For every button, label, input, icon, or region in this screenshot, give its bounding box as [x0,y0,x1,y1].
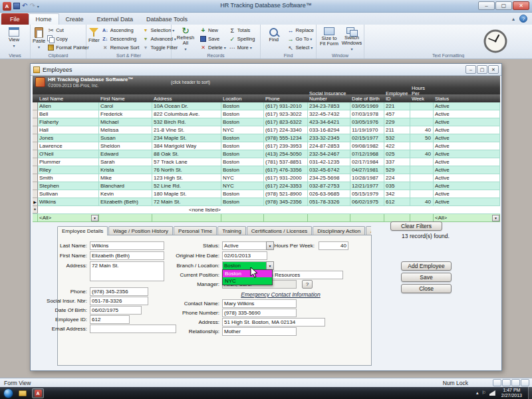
table-cell[interactable]: Plummer [38,158,99,166]
table-cell[interactable]: 234-23-7853 [308,102,350,110]
table-cell[interactable]: 234 Maple St. [152,134,221,142]
layout-view-button[interactable] [511,379,520,386]
table-cell[interactable]: Boston [221,158,264,166]
table-cell[interactable]: Jones [38,134,99,142]
table-cell[interactable]: 57 Track Lane [152,158,221,166]
table-cell[interactable]: 10A Ocean Dr. [152,102,221,110]
table-cell[interactable]: 03/05/1969 [350,102,384,110]
address-field[interactable]: 72 Main St. [90,261,164,281]
hire-date-field[interactable]: 02/01/2013 [222,251,267,260]
table-cell[interactable]: 234-25-5698 [308,174,350,182]
dropdown-option-nyc[interactable]: NYC [223,277,272,285]
table-cell[interactable]: Boston [221,102,264,110]
replace-button[interactable]: Replace [286,26,315,35]
table-cell[interactable] [410,182,434,190]
table-cell[interactable]: (617) 476-3356 [264,166,308,174]
table-row[interactable]: HallMelissa21-8 Vine St.NYC(617) 224-334… [33,126,500,134]
table-row[interactable]: AllenCarol10A Ocean Dr.Boston(617) 931-2… [33,102,500,110]
table-cell[interactable]: (781) 537-8851 [264,158,308,166]
table-cell[interactable]: Boston [221,166,264,174]
form-titlebar[interactable]: Employees – ▢ ✕ [31,64,501,76]
column-header[interactable]: First Name [99,96,152,102]
table-cell[interactable]: Elizabeth (Beth) [99,198,152,206]
table-cell[interactable]: Frederick [99,110,152,118]
start-button[interactable] [3,388,13,398]
form-tab-employee-details[interactable]: Employee Details [57,226,108,235]
ribbon-tab-database-tools[interactable]: Database Tools [140,13,194,25]
table-cell[interactable]: 40 [410,126,434,134]
table-cell[interactable]: 88 Oak St. [152,150,221,158]
size-to-fit-form-button[interactable]: Size to Fit Form [319,26,340,52]
network-icon[interactable] [489,390,495,396]
taskbar-folder-icon[interactable] [17,388,29,398]
status-combo[interactable]: Active [222,241,274,250]
show-desktop-button[interactable] [528,387,532,399]
table-cell[interactable]: (413) 254-5050 [264,150,308,158]
table-cell[interactable]: 12/21/1977 [350,182,384,190]
table-cell[interactable]: (617) 239-3953 [264,142,308,150]
table-cell[interactable]: 09/08/1982 [350,142,384,150]
table-cell[interactable]: 52 Line Rd. [152,182,221,190]
paste-button[interactable]: Paste [33,26,45,52]
switch-windows-button[interactable]: Switch Windows [341,26,362,52]
hours-per-week-field[interactable]: 40 [319,241,348,250]
table-cell[interactable]: 822 Columbus Ave. [152,110,221,118]
social-insurance-field[interactable]: 051-78-3326 [90,297,148,305]
ribbon-tab-create[interactable]: Create [59,13,90,25]
table-cell[interactable]: Melissa [99,126,152,134]
find-button[interactable]: Find [263,26,285,52]
table-cell[interactable]: 529 [384,166,410,174]
record-selector[interactable] [33,102,38,110]
email-field[interactable] [90,325,176,333]
last-name-field[interactable]: Wilkins [90,241,164,250]
hidden-icons-icon[interactable]: ▴ [476,390,479,396]
new-record-button[interactable]: New [199,26,227,35]
table-cell[interactable]: 04/27/1981 [350,166,384,174]
record-selector[interactable] [33,174,38,182]
form-view-button[interactable] [493,379,501,386]
table-cell[interactable]: 180 Maple St. [152,190,221,198]
table-cell[interactable]: Blanchard [99,182,152,190]
table-cell[interactable]: 21-8 Vine St. [152,126,221,134]
table-row[interactable]: SmithMike123 High St.NYC(617) 931-200023… [33,174,500,182]
table-row[interactable]: WilkinsElizabeth (Beth)72 Main St.Boston… [33,198,500,206]
table-cell[interactable]: Active [434,158,500,166]
table-cell[interactable]: Boston [221,142,264,150]
table-cell[interactable]: Stephen [38,182,99,190]
ribbon-tab-home[interactable]: Home [29,13,59,25]
table-cell[interactable]: 423-34-6421 [308,118,350,126]
table-row[interactable]: LawrenceSheldon384 Marigold WayBoston(61… [33,142,500,150]
table-cell[interactable]: 322-45-7432 [308,110,350,118]
table-cell[interactable]: O'Neil [38,150,99,158]
table-cell[interactable] [410,174,434,182]
table-cell[interactable]: Boston [221,110,264,118]
table-cell[interactable]: Allen [38,102,99,110]
table-cell[interactable]: Boston [221,198,264,206]
record-selector[interactable] [33,190,38,198]
format-painter-button[interactable]: Format Painter [47,43,90,52]
table-cell[interactable]: 032-87-2753 [308,182,350,190]
column-header[interactable]: Date of Birth [350,96,384,102]
table-cell[interactable]: 07/03/1978 [350,110,384,118]
status-combo-dropdown-icon[interactable] [266,241,274,250]
table-cell[interactable]: Active [434,190,500,198]
filter-button[interactable]: Filter [88,26,100,52]
select-button[interactable]: Select [286,43,315,52]
emergency-phone-field[interactable]: (978) 335-5690 [222,309,297,317]
table-cell[interactable]: 07/12/1968 [350,150,384,158]
record-selector[interactable] [33,158,38,166]
delete-button[interactable]: Delete [199,43,227,52]
column-header[interactable]: Last Name [38,96,99,102]
table-cell[interactable]: Kevin [99,190,152,198]
table-cell[interactable]: Active [434,134,500,142]
table-cell[interactable]: 232-54-2467 [308,150,350,158]
table-cell[interactable]: Bell [38,110,99,118]
table-cell[interactable]: 033-16-8294 [308,126,350,134]
table-cell[interactable]: 40 [410,198,434,206]
table-cell[interactable]: NYC [221,174,264,182]
table-cell[interactable] [410,102,434,110]
dropdown-option-boston[interactable]: Boston [223,270,272,277]
form-tab-personal-time[interactable]: Personal Time [174,226,217,235]
remove-sort-button[interactable]: Remove Sort [101,43,140,52]
copy-button[interactable]: Copy [47,35,90,43]
